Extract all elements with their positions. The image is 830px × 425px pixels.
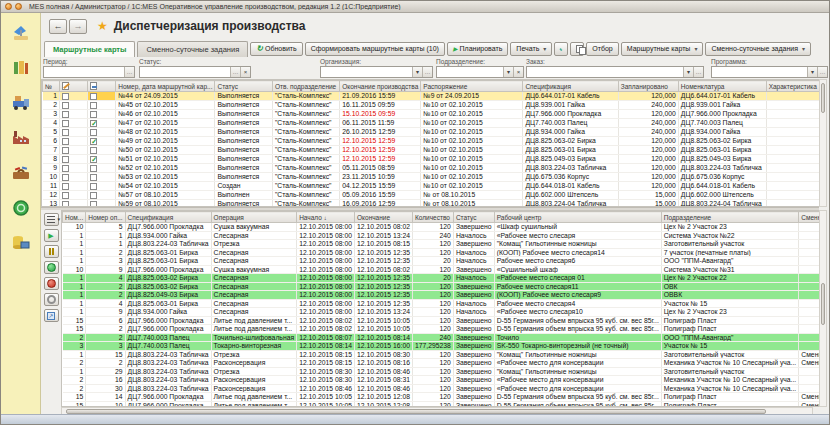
col-header-workcenter[interactable]: Рабочий центр bbox=[494, 212, 661, 223]
dropdown-icon[interactable] bbox=[807, 67, 817, 77]
department-input[interactable] bbox=[437, 67, 503, 77]
organization-input[interactable] bbox=[321, 67, 412, 77]
favorite-star-icon[interactable]: ★ bbox=[97, 19, 108, 33]
col-header-card[interactable]: Номер, дата маршрутной кар... bbox=[116, 81, 215, 92]
dropdown-icon[interactable] bbox=[412, 67, 422, 77]
table-row[interactable]: 9№52 от 02.10.2015Выполняется"Сталь-Комп… bbox=[43, 164, 820, 173]
table-row[interactable]: 22ДЦ8.803.224-03 ТабличкаРасконсервация1… bbox=[63, 359, 822, 368]
mark-checkbox[interactable] bbox=[62, 147, 69, 154]
print-button[interactable]: Печать bbox=[510, 42, 552, 56]
col-header-operation[interactable]: Операция bbox=[211, 212, 297, 223]
dropdown-icon[interactable] bbox=[683, 67, 693, 77]
upper-vscrollbar[interactable] bbox=[819, 79, 827, 207]
window-button-2[interactable] bbox=[15, 3, 22, 10]
col-header-status[interactable]: Статус bbox=[453, 212, 494, 223]
col-header-order[interactable]: Распоряжение bbox=[421, 81, 523, 92]
table-row[interactable]: 12ДЦ8.825.063-01 БиркаСлесарная12.10.201… bbox=[63, 248, 822, 257]
mark-checkbox[interactable] bbox=[62, 156, 69, 163]
desktop-icon[interactable] bbox=[8, 21, 34, 45]
table-row[interactable]: 6✓№49 от 02.10.2015Выполняется"Сталь-Ком… bbox=[43, 137, 820, 146]
choose-icon[interactable] bbox=[124, 67, 134, 77]
table-row[interactable]: 1514ДЦ7.966.000 ПрокладкаЛитье под давле… bbox=[63, 393, 822, 402]
table-row[interactable]: 2№45 от 02.10.2015Выполняется"Сталь-Комп… bbox=[43, 101, 820, 110]
print-checkbox[interactable] bbox=[90, 192, 97, 199]
open-document-button[interactable] bbox=[44, 309, 59, 322]
actions-menu-button[interactable] bbox=[44, 213, 59, 226]
print-checkbox[interactable] bbox=[90, 102, 97, 109]
print-checkbox[interactable] bbox=[90, 93, 97, 100]
refresh-button[interactable]: Обновить bbox=[250, 42, 302, 56]
print-checkbox[interactable] bbox=[90, 147, 97, 154]
table-row[interactable]: 22ДЦ7.740.003 ПалецТочильно-шлифовальная… bbox=[63, 333, 822, 342]
table-row[interactable]: 230ДЦ8.803.224-03 ТабличкаРасконсервация… bbox=[63, 384, 822, 393]
mark-checkbox[interactable] bbox=[62, 174, 69, 181]
mark-checkbox[interactable] bbox=[62, 129, 69, 136]
order-input[interactable] bbox=[527, 67, 683, 77]
print-checkbox[interactable]: ✓ bbox=[90, 138, 97, 145]
choose-icon[interactable] bbox=[230, 67, 240, 77]
col-header-status[interactable]: Статус bbox=[215, 81, 272, 92]
tab-shift-tasks[interactable]: Сменно-суточные задания bbox=[137, 41, 248, 57]
col-header-department[interactable]: Подразделение bbox=[661, 212, 798, 223]
table-row[interactable]: 33ДЦ7.740.003 ПалецТокарно-винторезная12… bbox=[63, 342, 822, 351]
clear-icon[interactable] bbox=[240, 67, 250, 77]
start-operation-button[interactable] bbox=[44, 229, 59, 242]
finance-icon[interactable] bbox=[8, 196, 34, 220]
administration-icon[interactable] bbox=[8, 231, 34, 255]
table-row[interactable]: 4✓№47 от 02.10.2015Выполняется"Сталь-Ком… bbox=[43, 119, 820, 128]
mark-checkbox[interactable] bbox=[62, 102, 69, 109]
settings-button[interactable] bbox=[44, 293, 59, 306]
table-row[interactable]: 129ДЦ8.803.224-03 ТабличкаОтрезка12.10.2… bbox=[63, 367, 822, 376]
table-row[interactable]: 10№53 от 02.10.2015Выполняется"Сталь-Ком… bbox=[43, 173, 820, 182]
col-header-num[interactable]: Ном... bbox=[63, 212, 86, 223]
table-row[interactable]: 13№59 от 08.10.2015Выполняется"Сталь-Ком… bbox=[43, 200, 820, 208]
lower-vscrollbar[interactable] bbox=[819, 210, 827, 407]
generate-route-cards-button[interactable]: Сформировать маршрутные карты (10) bbox=[305, 42, 445, 56]
table-row[interactable]: 216ДЦ8.803.224-03 ТабличкаРасконсервация… bbox=[63, 376, 822, 385]
mark-checkbox[interactable] bbox=[62, 93, 69, 100]
shift-tasks-menu-button[interactable]: Сменно-суточные задания bbox=[705, 42, 811, 56]
table-row[interactable]: 7№50 от 02.10.2015Выполняется"Сталь-Комп… bbox=[43, 146, 820, 155]
pause-operation-button[interactable] bbox=[44, 245, 59, 258]
forward-button[interactable]: → bbox=[69, 19, 87, 34]
mark-checkbox[interactable] bbox=[62, 120, 69, 127]
clear-icon[interactable] bbox=[513, 67, 523, 77]
back-button[interactable]: ← bbox=[49, 19, 67, 34]
col-header-num[interactable]: № bbox=[43, 81, 60, 92]
mark-checkbox[interactable] bbox=[62, 138, 69, 145]
customize-button[interactable] bbox=[554, 42, 568, 56]
col-header-planned[interactable]: Запланировано bbox=[618, 81, 678, 92]
col-header-start[interactable]: Начало↓ bbox=[297, 212, 355, 223]
print-checkbox[interactable] bbox=[90, 111, 97, 118]
production-icon[interactable] bbox=[8, 126, 34, 150]
table-row[interactable]: 14ДЦ8.825.063-01 БиркаСлесарная12.10.201… bbox=[63, 299, 822, 308]
col-header-spec[interactable]: Спецификация bbox=[523, 81, 618, 92]
table-row[interactable]: 8✓№51 от 02.10.2015Выполняется"Сталь-Ком… bbox=[43, 155, 820, 164]
print-checkbox[interactable] bbox=[90, 183, 97, 190]
open-icon[interactable] bbox=[817, 67, 827, 77]
table-row[interactable]: 3№46 от 02.10.2015Выполняется"Сталь-Комп… bbox=[43, 110, 820, 119]
route-cards-menu-button[interactable]: Маршрутные карты bbox=[621, 42, 704, 56]
col-header-cb2[interactable] bbox=[88, 81, 116, 92]
table-row[interactable]: 11№54 от 02.10.2015Создан"Сталь-Комплекс… bbox=[43, 182, 820, 191]
print-checkbox[interactable] bbox=[90, 129, 97, 136]
status-input[interactable] bbox=[140, 67, 230, 77]
print-checkbox[interactable]: ✓ bbox=[90, 156, 97, 163]
print-checkbox[interactable]: ✓ bbox=[90, 120, 97, 127]
mark-checkbox[interactable] bbox=[62, 165, 69, 172]
col-header-shift[interactable]: Сменно-сут... bbox=[799, 212, 821, 223]
table-row[interactable]: 14ДЦ8.825.063-02 БиркаСлесарная12.10.201… bbox=[63, 274, 822, 283]
tab-route-cards[interactable]: Маршрутные карты bbox=[44, 41, 135, 57]
open-icon[interactable] bbox=[422, 67, 432, 77]
print-checkbox[interactable] bbox=[90, 165, 97, 172]
table-row[interactable]: 12ДЦ8.825.049-03 БиркаСлесарная12.10.201… bbox=[63, 291, 822, 300]
mark-checkbox[interactable] bbox=[62, 183, 69, 190]
table-row[interactable]: 13ДЦ8.825.063-01 БиркаСлесарная12.10.201… bbox=[63, 257, 822, 266]
complete-operation-button[interactable] bbox=[44, 261, 59, 274]
period-input[interactable] bbox=[44, 67, 124, 77]
col-header-dept[interactable]: Отв. подразделение bbox=[272, 81, 339, 92]
copy-button[interactable] bbox=[570, 42, 584, 56]
col-header-op[interactable]: Номер оп... bbox=[86, 212, 125, 223]
table-row[interactable]: 12№57 от 08.10.2015Выполнен"Сталь-Компле… bbox=[43, 191, 820, 200]
stop-operation-button[interactable] bbox=[44, 277, 59, 290]
